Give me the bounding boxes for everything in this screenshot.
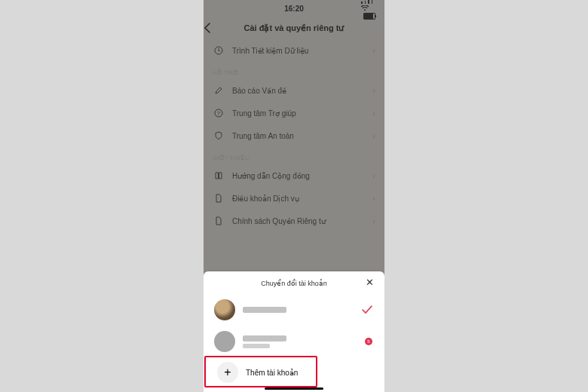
row-label: Báo cáo Vấn đề [232,87,286,95]
shield-icon [213,131,225,140]
account-row-other[interactable]: 5 [204,326,384,357]
row-label: Hướng dẫn Cộng đồng [232,172,310,180]
status-time: 16:20 [204,5,384,13]
row-data-saver[interactable]: Trình Tiết kiệm Dữ liệu › [204,39,384,62]
chevron-right-icon: › [372,194,375,203]
row-safety-center[interactable]: Trung tâm An toàn › [204,124,384,147]
row-label: Trung tâm Trợ giúp [232,109,296,118]
row-label: Trình Tiết kiệm Dữ liệu [232,47,308,55]
section-about: GIỚI THIỆU [204,147,384,164]
question-icon: ? [213,109,225,118]
account-switch-sheet: Chuyển đổi tài khoản ✕ 5 + Thêm tài khoả… [204,271,384,392]
chevron-right-icon: › [372,171,375,180]
row-help-center[interactable]: ? Trung tâm Trợ giúp › [204,102,384,124]
sheet-title: Chuyển đổi tài khoản [261,280,327,287]
row-label: Trung tâm An toàn [232,132,294,140]
svg-text:?: ? [217,111,220,116]
data-saver-icon [213,46,225,55]
status-bar: 16:20 [204,0,384,17]
section-support: HỖ TRỢ [204,62,384,79]
chevron-right-icon: › [372,109,375,118]
row-label: Điều khoản Dịch vụ [232,194,299,203]
page-title: Cài đặt và quyền riêng tư [204,23,384,33]
document-icon [213,194,225,203]
account-row-current[interactable] [204,294,384,326]
pencil-icon [213,86,225,95]
row-report-problem[interactable]: Báo cáo Vấn đề › [204,79,384,102]
sheet-title-row: Chuyển đổi tài khoản ✕ [204,279,384,294]
check-icon [362,305,372,314]
chevron-right-icon: › [372,131,375,140]
row-label: Chính sách Quyền Riêng tư [232,217,326,225]
add-account-button[interactable]: + Thêm tài khoản [207,357,381,387]
account-name-redacted [243,307,286,313]
avatar [214,299,235,320]
signal-icon [361,0,372,4]
row-privacy-policy[interactable]: Chính sách Quyền Riêng tư › [204,210,384,232]
chevron-right-icon: › [372,216,375,225]
header: Cài đặt và quyền riêng tư [204,17,384,39]
chevron-right-icon: › [372,46,375,55]
account-name-redacted [243,335,286,348]
add-account-label: Thêm tài khoản [246,369,298,377]
plus-icon: + [217,362,238,383]
book-icon [213,171,225,180]
notification-badge: 5 [365,338,372,345]
row-terms[interactable]: Điều khoản Dịch vụ › [204,187,384,210]
home-indicator[interactable] [265,387,323,390]
close-icon[interactable]: ✕ [366,278,374,287]
chevron-right-icon: › [372,86,375,95]
avatar [214,331,235,352]
row-community-guidelines[interactable]: Hướng dẫn Cộng đồng › [204,164,384,187]
document-icon [213,216,225,225]
